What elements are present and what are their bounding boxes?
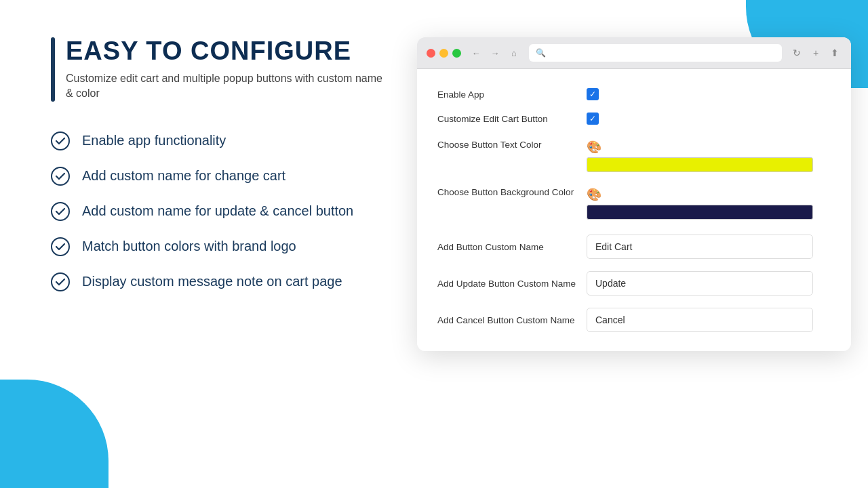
cancel-btn-name-label: Add Cancel Button Custom Name [437,315,587,325]
feature-check-icon [51,272,70,294]
address-bar[interactable]: 🔍 [529,44,782,62]
new-tab-button[interactable]: + [809,46,823,60]
browser-nav: ← → ⌂ [469,46,521,60]
feature-text-feat-2: Add custom name for change cart [82,167,285,184]
feature-check-icon [51,237,70,259]
cancel-btn-name-row: Add Cancel Button Custom Name [437,308,831,332]
home-button[interactable]: ⌂ [507,46,521,60]
btn-bg-color-row: Choose Button Background Color 🎨 [437,184,831,220]
forward-button[interactable]: → [488,46,502,60]
feature-text-feat-5: Display custom message note on cart page [82,272,342,290]
traffic-lights [427,49,461,58]
bg-color-swatch[interactable] [587,205,813,220]
traffic-light-red[interactable] [427,49,435,58]
update-btn-name-label: Add Update Button Custom Name [437,279,587,289]
search-icon: 🔍 [536,48,546,58]
heading-content: Easy To Configure Customize edit cart an… [66,37,390,102]
color-wheel-icon-text[interactable]: 🎨 [587,140,601,155]
svg-point-2 [52,203,69,220]
customize-edit-cart-label: Customize Edit Cart Button [437,114,587,124]
svg-point-4 [52,273,69,291]
feature-text-feat-1: Enable app functionality [82,131,226,149]
checkmark-icon: ✓ [589,89,596,99]
btn-custom-name-label: Add Button Custom Name [437,242,587,252]
page-subtitle: Customize edit cart and multiple popup b… [66,71,390,102]
btn-text-color-label: Choose Button Text Color [437,140,587,150]
features-list: Enable app functionality Add custom name… [51,131,390,294]
btn-bg-color-label: Choose Button Background Color [437,187,587,197]
enable-app-row: Enable App ✓ [437,88,831,100]
customize-edit-cart-checkbox[interactable]: ✓ [587,113,599,125]
feature-check-icon [51,167,70,188]
btn-text-color-control: 🎨 [587,140,831,172]
svg-point-0 [52,132,69,150]
browser-window: ← → ⌂ 🔍 ↻ + ⬆ Enable App [417,37,851,351]
share-button[interactable]: ⬆ [828,46,842,60]
browser-chrome: ← → ⌂ 🔍 ↻ + ⬆ [417,37,851,69]
feature-item-feat-5: Display custom message note on cart page [51,272,390,294]
browser-content: Enable App ✓ Customize Edit Cart Button … [417,69,851,351]
svg-point-3 [52,238,69,256]
color-picker-header-text: 🎨 [587,140,813,155]
btn-text-color-picker: 🎨 [587,140,813,172]
btn-bg-color-picker: 🎨 [587,187,813,220]
btn-text-color-row: Choose Button Text Color 🎨 [437,137,831,172]
feature-item-feat-3: Add custom name for update & cancel butt… [51,202,390,224]
customize-edit-cart-control: ✓ [587,113,831,125]
left-panel: Easy To Configure Customize edit cart an… [51,37,390,461]
cancel-btn-name-control [587,308,831,332]
traffic-light-green[interactable] [452,49,461,58]
checkmark-icon-2: ✓ [589,114,596,123]
btn-bg-color-control: 🎨 [587,187,831,220]
color-picker-header-bg: 🎨 [587,187,813,202]
btn-custom-name-control [587,235,831,259]
btn-custom-name-input[interactable] [587,235,813,259]
refresh-button[interactable]: ↻ [790,46,804,60]
heading-section: Easy To Configure Customize edit cart an… [51,37,390,102]
feature-item-feat-4: Match button colors with brand logo [51,237,390,259]
heading-accent-bar [51,37,55,102]
enable-app-label: Enable App [437,89,587,100]
text-color-swatch[interactable] [587,157,813,172]
svg-point-1 [52,167,69,185]
traffic-light-yellow[interactable] [439,49,448,58]
color-wheel-icon-bg[interactable]: 🎨 [587,187,601,202]
enable-app-control: ✓ [587,88,831,100]
feature-check-icon [51,131,70,153]
feature-text-feat-4: Match button colors with brand logo [82,237,296,255]
right-panel: ← → ⌂ 🔍 ↻ + ⬆ Enable App [417,37,851,461]
back-button[interactable]: ← [469,46,483,60]
main-container: Easy To Configure Customize edit cart an… [0,0,868,488]
cancel-btn-name-input[interactable] [587,308,813,332]
update-btn-name-input[interactable] [587,271,813,296]
feature-check-icon [51,202,70,224]
customize-edit-cart-row: Customize Edit Cart Button ✓ [437,113,831,125]
update-btn-name-control [587,271,831,296]
feature-text-feat-3: Add custom name for update & cancel butt… [82,202,353,220]
update-btn-name-row: Add Update Button Custom Name [437,271,831,296]
browser-actions: ↻ + ⬆ [790,46,842,60]
btn-custom-name-row: Add Button Custom Name [437,235,831,259]
enable-app-checkbox[interactable]: ✓ [587,88,599,100]
feature-item-feat-1: Enable app functionality [51,131,390,153]
page-title: Easy To Configure [66,37,390,66]
feature-item-feat-2: Add custom name for change cart [51,167,390,188]
